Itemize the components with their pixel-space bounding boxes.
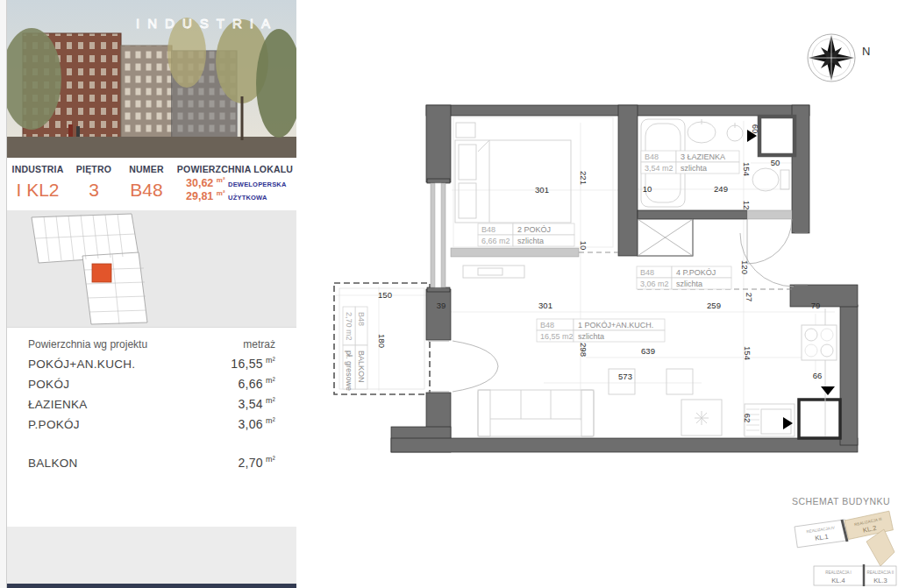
floor-plan-area: B48 BALKON 2,70 m2 pł. gresowe 150 180	[296, 0, 898, 588]
area-row-value: 3,06m²	[238, 416, 275, 431]
shaft	[638, 219, 693, 256]
dim-stub: 12	[742, 201, 752, 210]
area-unit: m²	[266, 396, 275, 405]
label-hall-id: B48	[640, 268, 654, 277]
schemat-title: SCHEMAT BUDYNKU	[792, 496, 890, 507]
dim-room2-height: 221	[579, 171, 588, 185]
dim-hall-width: 259	[707, 301, 721, 310]
dim-entry-door: 120	[740, 260, 750, 274]
balcony-label: B48 BALKON 2,70 m2 pł. gresowe	[343, 307, 367, 391]
sidebar: INDUSTRIA INDUSTRIA I KL2 PIĘTRO 3 NUMER…	[7, 0, 296, 588]
area-row-pokoj-ankuch: POKÓJ+AN.KUCH. 16,55m²	[28, 351, 275, 371]
shower-niche	[759, 117, 795, 155]
left-edge-strip	[0, 0, 7, 588]
area-row-lazienka: ŁAZIENKA 3,54m²	[28, 391, 275, 411]
sink-star	[695, 411, 709, 425]
dim-bath-offset: 10	[643, 184, 652, 194]
label-bathroom-floor: szlichta	[681, 164, 707, 173]
balcony-label-floor: pł. gresowe	[345, 351, 353, 391]
room-label-main: B48 1 POKÓJ+AN.KUCH. 16,55 m2 szlichta	[537, 319, 665, 342]
balcony-label-name: BALKON	[357, 351, 366, 383]
window-cap-bottom	[427, 287, 450, 292]
spec-area-label: POWIERZCHNIA LOKALU	[174, 164, 296, 174]
photo-person-2	[76, 126, 80, 137]
areas-col-label: metraż	[243, 338, 275, 351]
pillow-2	[459, 183, 476, 218]
label-bedroom-id: B48	[481, 225, 495, 234]
wall-bathroom-left	[618, 105, 638, 256]
area-unit: m²	[266, 455, 275, 464]
toilet-tank	[780, 170, 789, 189]
unit-spec-table: INDUSTRIA I KL2 PIĘTRO 3 NUMER B48 POWIE…	[7, 158, 296, 210]
window-cap-top	[427, 179, 450, 183]
dim-bath-height: 154	[742, 162, 752, 176]
dim-room2-width: 301	[535, 185, 549, 195]
area-row-name: BALKON	[28, 457, 78, 470]
area-number: 3,06	[238, 417, 262, 431]
balcony-door-leaf-bottom	[453, 366, 498, 392]
wall-kitchen-step	[790, 285, 858, 307]
overview-wings	[32, 214, 147, 324]
compass-north-label: N	[862, 45, 870, 58]
areas-table-header: Powierzchnia wg projektu metraż	[28, 338, 275, 351]
room-label-bedroom: B48 2 POKÓJ 6,66 m2 szlichta	[478, 223, 574, 246]
spec-area: POWIERZCHNIA LOKALU 30,62 m² DEWELOPERSK…	[174, 158, 296, 210]
area-number: 2,70	[238, 456, 262, 470]
schemat-kl4-unit: KL.4	[831, 577, 845, 584]
pillow-1	[459, 145, 476, 180]
window-bedroom-pane	[435, 183, 441, 287]
walls	[391, 105, 858, 452]
sidebar-footer	[7, 527, 296, 584]
label-bathroom-id: B48	[645, 152, 659, 161]
marker-kitchen-down	[821, 386, 835, 395]
area-unit: m²	[266, 416, 275, 425]
dim-balcony-height: 180	[377, 334, 387, 348]
wall-right-lower	[840, 305, 858, 445]
building-photo-art: INDUSTRIA	[7, 0, 296, 158]
spec-area-developer: 30,62 m² DEWELOPERSKA	[174, 176, 296, 189]
spec-area-use-unit: m²	[217, 189, 225, 197]
spec-area-usable: 29,81 m² UŻYTKOWA	[174, 189, 296, 202]
area-row-value: 16,55m²	[231, 356, 275, 371]
bed-fold	[478, 140, 489, 152]
openings	[428, 183, 808, 392]
spec-area-dev-type: DEWELOPERSKA	[228, 181, 287, 188]
dim-shower: 50	[771, 158, 780, 167]
area-row-name: POKÓJ	[28, 378, 69, 391]
spec-number-label: NUMER	[119, 164, 174, 174]
label-main-floor: szlichta	[578, 332, 604, 341]
tv-cabinet	[463, 266, 524, 278]
dim-bath-width: 249	[714, 184, 728, 194]
direction-markers	[747, 130, 835, 429]
areas-title: Powierzchnia wg projektu	[28, 338, 147, 351]
dim-balcony-width: 150	[378, 290, 392, 300]
bathroom-door-arc	[747, 219, 792, 264]
area-number: 3,54	[238, 397, 262, 411]
dim-niche: 60	[751, 124, 760, 134]
spec-investment-value: I KL2	[7, 180, 68, 201]
building-photo: INDUSTRIA	[7, 0, 296, 158]
label-hall-name: 4 P.POKÓJ	[676, 268, 716, 277]
wall-left-mid	[426, 289, 451, 340]
dim-main-height: 298	[579, 343, 588, 357]
schemat-kl1: REALIZACJA IV KL.1	[795, 520, 848, 548]
spec-floor: PIĘTRO 3	[68, 158, 119, 210]
photo-person-1	[68, 124, 73, 137]
wall-top	[426, 105, 809, 116]
dim-balcony-door: 39	[437, 301, 446, 310]
spec-investment-label: INDUSTRIA	[7, 164, 68, 174]
sidebar-footer-bar	[7, 584, 296, 588]
spec-investment: INDUSTRIA I KL2	[7, 158, 68, 210]
area-row-value: 3,54m²	[238, 396, 275, 411]
lintel-partition	[451, 248, 579, 257]
photo-building-mid	[121, 46, 172, 142]
area-number: 16,55	[231, 357, 263, 371]
label-main-name: 1 POKÓJ+AN.KUCH.	[578, 321, 653, 329]
label-main-id: B48	[540, 321, 554, 329]
spec-area-use-type: UŻYTKOWA	[228, 194, 267, 202]
spec-area-use-value: 29,81	[186, 190, 213, 202]
dim-kitchen-height: 154	[743, 346, 752, 360]
balcony-label-id: B48	[357, 312, 366, 326]
stool-2	[666, 369, 693, 394]
dim-main-width: 301	[538, 301, 552, 310]
